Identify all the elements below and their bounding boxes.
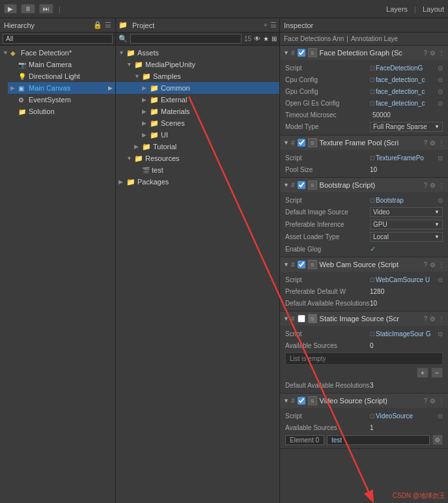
prop-row-gpu: Gpu Config ◻ face_detection_c ⊙ <box>280 85 448 97</box>
tree-item-face-detection[interactable]: ▼ ◆ Face Detection* <box>0 47 115 59</box>
component-header-sis[interactable]: ▼ # S Static Image Source (Scr ? ⚙ ⋮ <box>280 311 448 326</box>
settings-icon[interactable]: ⚙ <box>430 315 436 323</box>
arrow-icon: ▼ <box>283 50 288 56</box>
component-header-bs[interactable]: ▼ # S Bootstrap (Script) ? ⚙ ⋮ <box>280 178 448 192</box>
eye-icon[interactable]: 👁 <box>254 35 260 42</box>
proj-item-test[interactable]: 🎬 test <box>116 164 279 176</box>
proj-item-resources[interactable]: ▼ 📁 Resources <box>116 152 279 164</box>
question-icon[interactable]: ? <box>423 261 427 268</box>
circle-icon[interactable]: ⊙ <box>438 88 443 95</box>
component-header-vs[interactable]: ▼ # S Video Source (Script) ? ⚙ ⋮ <box>280 394 448 408</box>
remove-btn[interactable]: − <box>431 367 443 378</box>
proj-item-ui[interactable]: ▶ 📁 UI <box>116 129 279 141</box>
proj-item-tutorial[interactable]: ▶ 📁 Tutorial <box>116 141 279 152</box>
add-icon[interactable]: + <box>264 21 268 29</box>
asset-loader-dropdown[interactable]: Local ▼ <box>370 232 443 242</box>
proj-item-common[interactable]: ▶ 📁 Common <box>116 82 279 94</box>
proj-item-mediapipe[interactable]: ▼ 📁 MediaPipeUnity <box>116 59 279 70</box>
question-icon[interactable]: ? <box>423 315 427 323</box>
question-icon[interactable]: ? <box>423 139 427 147</box>
prop-row-avail-src: Available Sources 0 <box>280 339 448 351</box>
wcs-checkbox[interactable] <box>298 261 305 268</box>
fdg-checkbox[interactable] <box>298 49 305 57</box>
component-header-fdg[interactable]: ▼ # S Face Detection Graph (Sc ? ⚙ ⋮ <box>280 46 448 60</box>
play-button[interactable]: ▶ <box>4 4 17 14</box>
prop-label: Default Available Resolutions <box>285 382 370 389</box>
tree-item-directional-light[interactable]: 💡 Directional Light <box>8 70 115 82</box>
menu-icon[interactable]: ☰ <box>105 21 111 29</box>
proj-label: External <box>161 96 187 104</box>
settings-icon[interactable]: ⚙ <box>430 50 436 57</box>
component-video-source: ▼ # S Video Source (Script) ? ⚙ ⋮ Script <box>280 394 448 449</box>
tree-item-main-canvas[interactable]: ▶ ▣ Main Canvas ▶ <box>8 82 115 94</box>
tree-item-event-system[interactable]: ⚙ EventSystem <box>8 94 115 106</box>
top-bar-right: Layers | Layout <box>386 5 444 13</box>
dropdown-arrow: ▼ <box>434 234 440 240</box>
star-icon[interactable]: ★ <box>263 35 269 42</box>
circle-icon[interactable]: ⊙ <box>438 76 443 83</box>
comp-icon-fdg: S <box>308 48 317 57</box>
ref-icon: ◻ <box>370 330 374 337</box>
question-icon[interactable]: ? <box>423 50 427 57</box>
tree-item-solution[interactable]: 📁 Solution <box>8 106 115 117</box>
elem-btn-icon[interactable]: ⊙ <box>432 435 443 445</box>
prop-value: GPU ▼ <box>370 220 443 229</box>
circle-icon[interactable]: ⊙ <box>438 276 443 283</box>
menu-icon[interactable]: ☰ <box>270 21 277 29</box>
sis-checkbox[interactable] <box>298 315 305 323</box>
proj-item-assets[interactable]: ▼ 📁 Assets <box>116 47 279 59</box>
overflow-icon[interactable]: ⋮ <box>438 182 445 189</box>
model-dropdown[interactable]: Full Range Sparse ▼ <box>370 122 443 132</box>
overflow-icon[interactable]: ⋮ <box>438 315 445 323</box>
inference-dropdown[interactable]: GPU ▼ <box>370 220 443 229</box>
circle-icon[interactable]: ⊙ <box>438 100 443 107</box>
circle-icon[interactable]: ⊙ <box>438 65 443 72</box>
lock-icon[interactable]: 🔒 <box>93 21 102 29</box>
component-header-wcs[interactable]: ▼ # S Web Cam Source (Script ? ⚙ ⋮ <box>280 257 448 272</box>
settings-icon[interactable]: ⚙ <box>430 182 436 189</box>
bs-checkbox[interactable] <box>298 181 305 189</box>
tfp-checkbox[interactable] <box>298 139 305 147</box>
project-search-input[interactable] <box>130 34 242 44</box>
overflow-icon[interactable]: ⋮ <box>438 50 445 57</box>
proj-item-external[interactable]: ▶ 📁 External <box>116 94 279 106</box>
proj-item-scenes[interactable]: ▶ 📁 Scenes <box>116 117 279 129</box>
overflow-icon[interactable]: ⋮ <box>438 139 445 147</box>
arrow-icon: ▼ <box>126 61 134 68</box>
hierarchy-search-input[interactable] <box>3 34 113 44</box>
circle-icon[interactable]: ⊙ <box>438 412 443 420</box>
component-header-tfp[interactable]: ▼ # S Texture Frame Pool (Scri ? ⚙ ⋮ <box>280 136 448 150</box>
vs-checkbox[interactable] <box>298 397 305 405</box>
arrow-icon: ▶ <box>142 96 150 103</box>
hierarchy-icons: 🔒 ☰ <box>93 21 111 29</box>
proj-item-samples[interactable]: ▼ 📁 Samples <box>116 70 279 82</box>
overflow-icon[interactable]: ⋮ <box>438 261 445 268</box>
circle-icon[interactable]: ⊙ <box>438 154 443 162</box>
prop-label: Script <box>285 330 370 338</box>
pause-button[interactable]: ⏸ <box>21 4 35 14</box>
settings-icon[interactable]: ⚙ <box>430 261 436 268</box>
proj-label: Scenes <box>161 119 185 127</box>
question-icon[interactable]: ? <box>423 182 427 189</box>
overflow-icon[interactable]: ⋮ <box>438 397 445 405</box>
folder-icon: 📁 <box>150 84 159 93</box>
settings-icon[interactable]: ⚙ <box>430 397 436 405</box>
arrow-icon: ▼ <box>283 182 288 188</box>
settings-icon[interactable]: ⚙ <box>430 139 436 147</box>
prop-ref: ◻ WebCamSource U <box>370 276 436 283</box>
layers-label[interactable]: Layers <box>386 5 408 13</box>
tree-item-main-camera[interactable]: 📷 Main Camera <box>8 59 115 70</box>
proj-item-packages[interactable]: ▶ 📁 Packages <box>116 176 279 188</box>
pref-width-value: 1280 <box>370 288 384 295</box>
circle-icon[interactable]: ⊙ <box>438 197 443 204</box>
grid-icon[interactable]: ⊞ <box>272 35 277 42</box>
add-btn[interactable]: + <box>417 367 428 378</box>
default-img-dropdown[interactable]: Video ▼ <box>370 207 443 217</box>
layout-label[interactable]: Layout <box>423 5 444 13</box>
proj-item-materials[interactable]: ▶ 📁 Materials <box>116 106 279 117</box>
hierarchy-search-bar <box>0 33 115 46</box>
search-icon[interactable]: 🔍 <box>119 35 128 43</box>
question-icon[interactable]: ? <box>423 397 427 405</box>
circle-icon[interactable]: ⊙ <box>438 330 443 338</box>
step-button[interactable]: ⏭ <box>39 4 53 14</box>
